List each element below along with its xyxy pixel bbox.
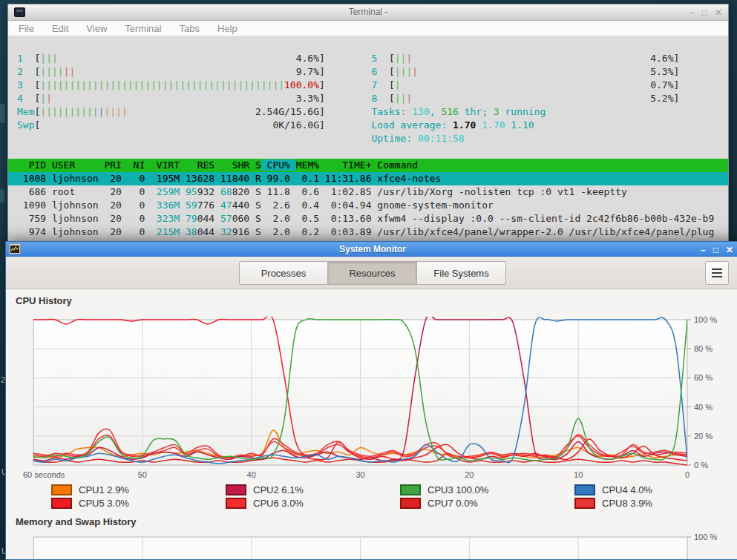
legend-label: CPU3 100.0% — [428, 484, 488, 495]
desktop-background: 2 U U Terminal - – □ ✕ FileEditViewTermi… — [0, 0, 737, 560]
legend-label: CPU6 3.0% — [253, 498, 304, 509]
cpu-history-title: CPU History — [16, 295, 72, 306]
htop-meter-line: 1 [||| 4.6%] 5 [||| 4.6%] — [8, 52, 728, 65]
process-row[interactable]: 1090 ljohnson 20 0 336M 59776 47440 S 2.… — [8, 199, 728, 212]
htop-meter-line: 4 [|| 3.3%] 8 [||| 5.2%] — [8, 92, 728, 105]
htop-meter-line: Mem[||||||||||||||| 2.54G/15.6G] Tasks: … — [8, 105, 728, 119]
sysmon-title: System Monitor — [6, 244, 737, 254]
legend-swatch — [574, 498, 595, 509]
minimize-button[interactable]: – — [701, 246, 706, 254]
svg-text:30: 30 — [356, 470, 364, 479]
close-button[interactable]: ✕ — [715, 8, 722, 17]
maximize-button[interactable]: □ — [702, 8, 707, 17]
legend-swatch — [51, 498, 72, 509]
memory-swap-chart: 100 % — [6, 534, 737, 559]
legend-swatch — [51, 484, 72, 495]
legend-label: CPU8 3.9% — [602, 498, 652, 509]
svg-text:10: 10 — [574, 470, 583, 479]
system-monitor-window: System Monitor – □ ✕ ProcessesResourcesF… — [5, 241, 737, 560]
menu-item-edit[interactable]: Edit — [52, 23, 68, 34]
svg-text:80 %: 80 % — [694, 344, 713, 353]
legend-label: CPU1 2.9% — [79, 484, 129, 495]
desktop-texture — [0, 189, 4, 202]
cpu-chart-legend: CPU1 2.9%CPU2 6.1%CPU3 100.0%CPU4 4.0%CP… — [51, 483, 737, 510]
svg-text:40: 40 — [247, 470, 256, 479]
sysmon-tab-switcher: ProcessesResourcesFile Systems — [239, 261, 506, 285]
svg-text:60 seconds: 60 seconds — [23, 470, 65, 479]
cpu-history-chart: 100 %80 %60 %40 %20 %0 %60 seconds504030… — [6, 312, 737, 484]
menu-item-file[interactable]: File — [19, 23, 34, 34]
legend-swatch — [400, 498, 421, 509]
process-row[interactable]: 759 ljohnson 20 0 323M 79044 57060 S 2.0… — [8, 212, 728, 225]
htop-meter-line: 2 [|||||| 9.7%] 6 [|||| 5.3%] — [8, 65, 728, 79]
terminal-titlebar[interactable]: Terminal - – □ ✕ — [8, 4, 728, 21]
svg-text:60 %: 60 % — [694, 373, 713, 382]
svg-text:20 %: 20 % — [694, 432, 713, 441]
menu-item-terminal[interactable]: Terminal — [125, 23, 161, 34]
terminal-window: Terminal - – □ ✕ FileEditViewTerminalTab… — [7, 4, 729, 246]
maximize-button[interactable]: □ — [713, 246, 718, 254]
close-button[interactable]: ✕ — [726, 246, 733, 254]
legend-item: CPU6 3.0% — [226, 496, 400, 510]
svg-text:100 %: 100 % — [694, 534, 717, 541]
hamburger-icon — [712, 269, 722, 270]
htop-meter-line: 3 [|||||||||||||||||||||||||||||||||||||… — [8, 79, 728, 92]
menu-item-tabs[interactable]: Tabs — [179, 23, 199, 34]
legend-item: CPU1 2.9% — [51, 483, 226, 496]
legend-item: CPU7 0.0% — [400, 496, 574, 510]
svg-text:0 %: 0 % — [694, 461, 708, 470]
svg-text:50: 50 — [138, 470, 147, 479]
process-row[interactable]: 974 ljohnson 20 0 215M 38044 32916 S 2.0… — [8, 225, 728, 239]
menu-button[interactable] — [705, 261, 729, 285]
process-row[interactable]: 686 root 20 0 259M 95932 68820 S 11.8 0.… — [8, 185, 728, 199]
legend-item: CPU5 3.0% — [51, 496, 226, 510]
sysmon-content: CPU History 100 %80 %60 %40 %20 %0 %60 s… — [6, 289, 737, 559]
svg-text:20: 20 — [465, 470, 474, 479]
legend-label: CPU5 3.0% — [79, 498, 129, 509]
memory-swap-title: Memory and Swap History — [16, 516, 137, 527]
legend-label: CPU2 6.1% — [253, 484, 304, 495]
legend-item: CPU3 100.0% — [400, 483, 574, 496]
menu-item-view[interactable]: View — [86, 23, 107, 34]
terminal-title: Terminal - — [8, 7, 728, 17]
sysmon-headerbar: ProcessesResourcesFile Systems — [6, 257, 737, 289]
terminal-screen[interactable]: 1 [||| 4.6%] 5 [||| 4.6%]2 [|||||| 9.7%]… — [8, 37, 728, 246]
legend-item: CPU8 3.9% — [574, 496, 737, 510]
menu-item-help[interactable]: Help — [217, 23, 238, 34]
sysmon-titlebar[interactable]: System Monitor – □ ✕ — [6, 242, 737, 257]
legend-label: CPU7 0.0% — [428, 498, 478, 509]
tab-resources[interactable]: Resources — [328, 261, 417, 285]
tab-processes[interactable]: Processes — [239, 261, 328, 285]
htop-meter-line: Swp[ 0K/16.0G] Load average: 1.70 1.70 1… — [8, 119, 728, 132]
process-row[interactable]: 1008 ljohnson 20 0 195M 13628 11840 R 99… — [8, 172, 728, 185]
htop-uptime-line: Uptime: 00:11:58 — [8, 132, 728, 145]
desktop-texture — [0, 104, 5, 123]
legend-swatch — [226, 498, 246, 509]
legend-item: CPU4 4.0% — [574, 483, 737, 496]
legend-swatch — [400, 484, 421, 495]
legend-swatch — [226, 484, 246, 495]
terminal-menubar: FileEditViewTerminalTabsHelp — [8, 21, 728, 36]
legend-swatch — [574, 484, 595, 495]
legend-item: CPU2 6.1% — [226, 483, 400, 496]
tab-file-systems[interactable]: File Systems — [417, 261, 506, 285]
htop-header-row[interactable]: PID USER PRI NI VIRT RES SHR S CPU% MEM%… — [8, 159, 728, 172]
legend-label: CPU4 4.0% — [602, 484, 652, 495]
svg-text:100 %: 100 % — [694, 315, 717, 324]
svg-text:0: 0 — [685, 470, 689, 479]
minimize-button[interactable]: – — [689, 8, 695, 17]
blank-line — [8, 145, 728, 159]
svg-text:40 %: 40 % — [694, 403, 713, 412]
